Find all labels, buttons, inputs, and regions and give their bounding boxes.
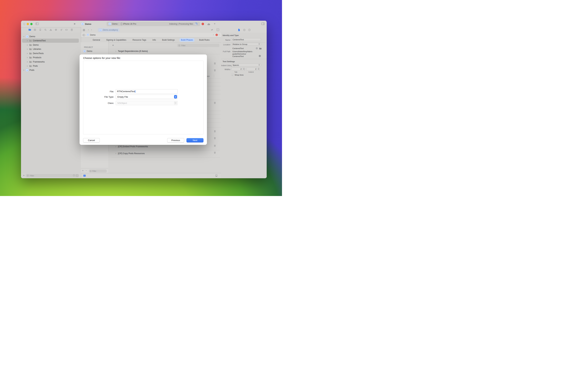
disclosure-closed-icon[interactable] bbox=[26, 40, 28, 42]
history-inspector-icon[interactable] bbox=[243, 29, 246, 32]
sidebar-item-pods-folder[interactable]: Pods bbox=[21, 64, 81, 68]
disclosure-closed-icon[interactable] bbox=[26, 48, 28, 50]
source-control-navigator-icon[interactable] bbox=[34, 28, 36, 32]
navigator-filter-field[interactable]: Filter +- bbox=[26, 174, 79, 177]
breadcrumb[interactable]: Demo bbox=[90, 34, 96, 36]
issue-navigator-icon[interactable] bbox=[50, 28, 52, 32]
find-navigator-icon[interactable] bbox=[44, 28, 47, 32]
sidebar-item-demotests[interactable]: DemoTests bbox=[21, 51, 81, 56]
prev-issue-icon[interactable]: ‹ bbox=[213, 33, 214, 36]
disclosure-closed-icon[interactable] bbox=[26, 65, 28, 67]
file-inspector-icon[interactable] bbox=[238, 28, 240, 32]
sidebar-item-pods-project[interactable]: A Pods bbox=[21, 68, 81, 72]
indent-width-stepper[interactable] bbox=[258, 68, 260, 70]
disclosure-closed-icon[interactable] bbox=[26, 44, 28, 46]
tab-resource-tags[interactable]: Resource Tags bbox=[131, 38, 148, 42]
debug-navigator-icon[interactable] bbox=[60, 28, 63, 32]
tab-info[interactable]: Info bbox=[151, 38, 157, 42]
project-navigator-icon[interactable] bbox=[28, 28, 31, 32]
zoom-button[interactable] bbox=[30, 23, 33, 25]
report-navigator-icon[interactable] bbox=[70, 28, 73, 32]
swap-editor-icon[interactable]: ⇄ bbox=[211, 28, 213, 31]
disclosure-closed-icon[interactable] bbox=[115, 146, 117, 147]
issue-badge[interactable]: × bbox=[216, 34, 218, 36]
disclosure-closed-icon[interactable] bbox=[26, 53, 28, 54]
tab-build-phases[interactable]: Build Phases bbox=[179, 38, 194, 42]
previous-button[interactable]: Previous bbox=[167, 138, 184, 142]
next-issue-icon[interactable]: › bbox=[219, 33, 220, 36]
add-toolbar-button[interactable]: + bbox=[214, 22, 216, 26]
clear-location-icon[interactable]: × bbox=[256, 47, 258, 49]
error-count-badge[interactable]: × bbox=[202, 23, 204, 25]
add-file-button[interactable]: + bbox=[23, 174, 25, 177]
add-target-button[interactable]: + bbox=[82, 169, 83, 172]
build-phases-filter-field[interactable]: Filter bbox=[177, 44, 219, 47]
location-dropdown[interactable]: Relative to Group bbox=[231, 43, 261, 46]
delete-build-phase-icon[interactable] bbox=[214, 137, 216, 139]
sidebar-item-centeredtext[interactable]: CenteredText bbox=[21, 39, 81, 43]
remove-target-button[interactable]: − bbox=[85, 169, 87, 172]
related-items-icon[interactable] bbox=[83, 34, 85, 37]
name-field[interactable]: CenteredText bbox=[231, 38, 261, 41]
project-row-demo[interactable]: A Demo bbox=[83, 50, 92, 52]
file-name-input[interactable]: RTNCenteredText bbox=[116, 89, 178, 94]
cancel-button[interactable]: Cancel bbox=[83, 138, 100, 142]
clock-filter-icon[interactable] bbox=[73, 174, 75, 177]
target-dependencies-row[interactable]: Target Dependencies (0 items) bbox=[115, 50, 148, 52]
toggle-navigator-icon[interactable] bbox=[35, 22, 39, 26]
close-button[interactable] bbox=[23, 23, 25, 25]
tab-width-stepper[interactable] bbox=[243, 68, 245, 70]
tab-general[interactable]: General bbox=[91, 38, 101, 42]
open-path-arrow-icon[interactable]: → bbox=[259, 55, 261, 57]
back-icon[interactable]: ‹ bbox=[88, 28, 89, 31]
wrap-lines-checkbox[interactable]: ✓ bbox=[232, 74, 234, 76]
disclosure-closed-icon[interactable] bbox=[26, 57, 28, 58]
delete-build-phase-icon[interactable] bbox=[214, 152, 216, 154]
disclosure-closed-icon[interactable] bbox=[26, 61, 28, 63]
tab-build-rules[interactable]: Build Rules bbox=[198, 38, 211, 42]
disclosure-closed-icon[interactable] bbox=[23, 70, 25, 71]
sidebar-item-products[interactable]: Products bbox=[21, 56, 81, 60]
add-build-phase-button[interactable]: + bbox=[112, 44, 114, 47]
disclosure-closed-icon[interactable] bbox=[115, 50, 117, 52]
next-button[interactable]: Next bbox=[186, 138, 204, 142]
minimap-grid-icon[interactable] bbox=[83, 29, 85, 32]
delete-build-phase-icon[interactable] bbox=[214, 130, 216, 132]
tab-signing-capabilities[interactable]: Signing & Capabilities bbox=[105, 38, 128, 42]
editor-tab-demo-xcodeproj[interactable]: A Demo.xcodeproj bbox=[98, 28, 120, 32]
scheme-status-bar[interactable]: A Demo ⟩ iPhone 16 Pro Indexing | Proces… bbox=[107, 22, 200, 26]
embed-pods-frameworks-row[interactable]: [CP] Embed Pods Frameworks bbox=[115, 145, 148, 148]
indent-width-field[interactable]: 2 bbox=[246, 68, 258, 70]
indent-using-dropdown[interactable]: Spaces bbox=[231, 64, 261, 67]
delete-build-phase-icon[interactable] bbox=[214, 102, 216, 104]
choose-folder-icon[interactable] bbox=[259, 47, 262, 50]
plus-minus-filter-icon[interactable]: +- bbox=[76, 175, 78, 177]
run-destination[interactable]: iPhone 16 Pro bbox=[123, 23, 136, 25]
bookmark-navigator-icon[interactable] bbox=[39, 28, 41, 32]
editor-options-icon[interactable] bbox=[215, 174, 218, 178]
file-type-popup[interactable]: Empty File bbox=[116, 95, 178, 99]
tab-width-field[interactable]: 2 bbox=[231, 68, 243, 70]
forward-icon[interactable]: › bbox=[91, 28, 92, 31]
targets-filter-field[interactable]: Filter bbox=[89, 169, 107, 173]
disclosure-closed-icon[interactable] bbox=[115, 153, 117, 154]
help-inspector-icon[interactable]: ? bbox=[248, 29, 250, 31]
delete-build-phase-icon[interactable] bbox=[214, 62, 216, 65]
toggle-inspector-icon[interactable] bbox=[261, 22, 265, 26]
delete-build-phase-icon[interactable] bbox=[214, 69, 216, 71]
sidebar-item-frameworks[interactable]: Frameworks bbox=[21, 60, 81, 64]
copy-pods-resources-row[interactable]: [CP] Copy Pods Resources bbox=[115, 152, 145, 155]
breakpoint-navigator-icon[interactable] bbox=[65, 28, 68, 32]
scheme-name[interactable]: Demo bbox=[112, 23, 118, 25]
run-button[interactable]: ▶ bbox=[74, 22, 76, 25]
sidebar-item-libraries[interactable]: Libraries bbox=[21, 47, 81, 51]
disclosure-open-icon[interactable] bbox=[23, 36, 25, 37]
test-navigator-icon[interactable] bbox=[55, 28, 57, 32]
sidebar-item-demo-folder[interactable]: Demo bbox=[21, 43, 81, 47]
sidebar-item-demo-project[interactable]: A Demo bbox=[21, 34, 81, 39]
class-combobox[interactable]: NSObject bbox=[116, 101, 178, 105]
minimize-button[interactable] bbox=[27, 23, 29, 25]
target-membership-icon[interactable] bbox=[83, 175, 86, 177]
add-editor-icon[interactable]: + bbox=[217, 28, 219, 31]
delete-build-phase-icon[interactable] bbox=[214, 145, 216, 147]
